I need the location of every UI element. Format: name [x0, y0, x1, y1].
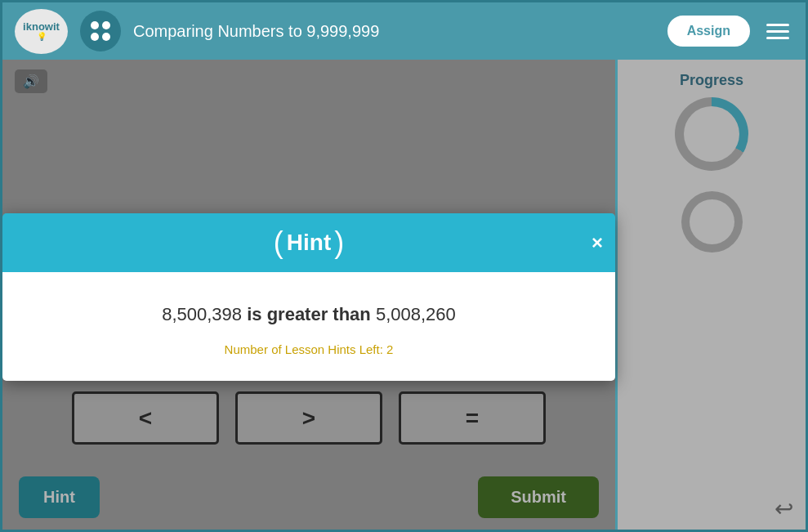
progress-circle2 — [681, 191, 743, 253]
modal-overlay: ( Hint ) × 8,500,398 is greater than 5,0… — [2, 60, 615, 532]
header: iknowit 💡 Comparing Numbers to 9,999,999… — [2, 2, 806, 60]
film-dots — [91, 21, 110, 41]
hint-suffix-number: 5,008,260 — [376, 304, 456, 324]
film-dot — [102, 33, 110, 41]
nav-back-icon: ↩ — [775, 496, 793, 521]
modal-title-wrapper: ( Hint ) — [274, 228, 344, 257]
modal-close-button[interactable]: × — [591, 231, 603, 254]
modal-header: ( Hint ) × — [2, 213, 615, 272]
film-dot — [91, 21, 99, 29]
modal-bracket-right: ) — [334, 228, 344, 257]
film-icon — [80, 11, 121, 51]
film-dot — [91, 33, 99, 41]
progress-title: Progress — [680, 72, 743, 89]
progress-circle-inner — [684, 106, 739, 162]
progress-circle2-inner — [690, 199, 734, 244]
hint-modal: ( Hint ) × 8,500,398 is greater than 5,0… — [2, 213, 615, 381]
modal-title: Hint — [287, 230, 331, 256]
hint-bold-text: is greater than — [247, 304, 371, 324]
hamburger-line — [766, 30, 789, 33]
logo-text: iknowit — [23, 21, 60, 32]
assign-button[interactable]: Assign — [667, 16, 750, 47]
hamburger-menu-button[interactable] — [762, 20, 793, 43]
nav-back-button[interactable]: ↩ — [775, 495, 793, 522]
film-dot — [102, 21, 110, 29]
modal-bracket-left: ( — [274, 228, 283, 257]
hint-text: 8,500,398 is greater than 5,008,260 — [43, 301, 574, 328]
main-area: 🔊 < > = Hint Submit ( — [2, 60, 806, 532]
hint-prefix: 8,500,398 — [162, 304, 242, 324]
header-title: Comparing Numbers to 9,999,999 — [133, 22, 655, 41]
hints-left-text: Number of Lesson Hints Left: 2 — [43, 342, 574, 356]
progress-circle-outer — [675, 97, 748, 171]
right-panel: Progress ↩ — [618, 60, 806, 532]
hamburger-line — [766, 24, 789, 26]
hamburger-line — [766, 37, 789, 39]
logo: iknowit 💡 — [15, 9, 68, 54]
left-panel: 🔊 < > = Hint Submit ( — [2, 60, 618, 532]
logo-bulb-icon: 💡 — [37, 32, 47, 41]
modal-body: 8,500,398 is greater than 5,008,260 Numb… — [2, 272, 615, 381]
